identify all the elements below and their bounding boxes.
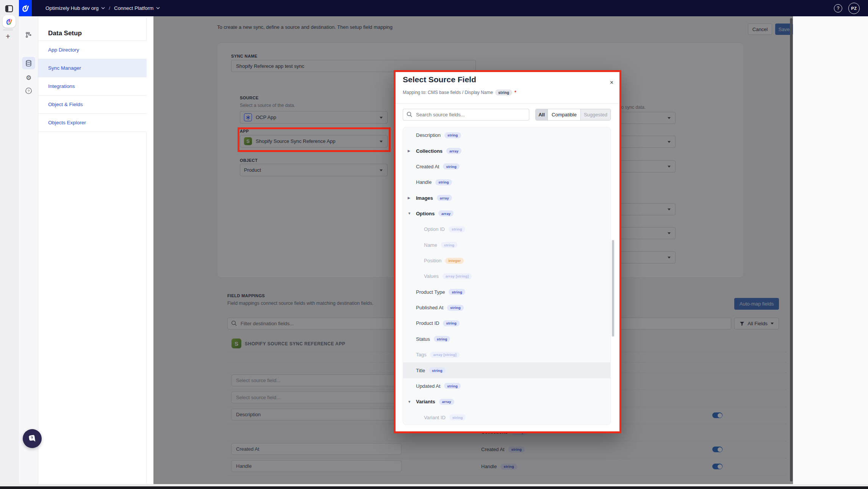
sidebar-item-object-fields[interactable]: Object & Fields	[38, 96, 147, 114]
caret-expanded-icon[interactable]: ▼	[408, 212, 411, 215]
source-field-option-option-id[interactable]: Option IDstring	[403, 221, 610, 237]
source-field-option-images[interactable]: ▶Imagesarray	[403, 190, 610, 205]
chevron-down-icon	[156, 7, 160, 9]
source-field-option-updated-at[interactable]: Updated Atstring	[403, 378, 610, 394]
field-name: Description	[416, 132, 441, 138]
source-field-option-created-at[interactable]: Created Atstring	[403, 159, 610, 174]
field-name: Options	[416, 211, 435, 216]
field-name: Name	[424, 242, 437, 248]
help-icon[interactable]: ?	[834, 4, 842, 13]
source-field-option-options[interactable]: ▼Optionsarray	[403, 206, 610, 221]
caret-collapsed-icon[interactable]: ▶	[408, 149, 410, 153]
breadcrumb-separator: /	[109, 5, 110, 11]
type-badge: string	[449, 226, 465, 232]
new-tab-button[interactable]: +	[3, 32, 13, 41]
source-field-option-title[interactable]: Titlestring	[403, 362, 610, 378]
browser-tab-optimizely[interactable]	[3, 15, 16, 28]
select-source-field-modal: Select Source Field × Mapping to: CMS ba…	[394, 70, 621, 433]
type-badge: string	[444, 132, 461, 138]
app-window: + Optimizely Hub dev org / Connect Platf…	[0, 0, 868, 489]
sidebar-item-integrations[interactable]: Integrations	[38, 77, 147, 96]
sidebar-toggle-icon[interactable]	[5, 5, 13, 13]
close-icon[interactable]: ×	[610, 80, 613, 86]
optimizely-home-button[interactable]	[19, 0, 32, 16]
sidebar-item-app-directory[interactable]: App Directory	[38, 41, 147, 59]
modal-search-field	[403, 109, 529, 121]
field-name: Position	[424, 258, 441, 263]
browser-strip: +	[0, 0, 19, 489]
sidebar-item-objects-explorer[interactable]: Objects Explorer	[38, 114, 147, 132]
type-badge: string	[449, 289, 465, 295]
source-field-option-name[interactable]: Namestring	[403, 237, 610, 253]
source-field-option-variant-id[interactable]: Variant IDstring	[403, 409, 610, 425]
database-icon[interactable]	[19, 58, 38, 68]
annotation-highlight-app-select	[238, 127, 391, 152]
sidebar-item-sync-manager[interactable]: Sync Manager	[38, 59, 147, 77]
sidebar-title: Data Setup	[48, 30, 82, 37]
caret-expanded-icon[interactable]: ▼	[408, 400, 411, 404]
type-badge: string	[495, 89, 512, 96]
source-field-option-description[interactable]: Descriptionstring	[403, 127, 610, 143]
window-edge-dark	[0, 486, 868, 489]
tab-compatible[interactable]: Compatible	[547, 109, 580, 120]
right-gutter	[793, 16, 868, 485]
divider	[396, 103, 619, 103]
modal-title: Select Source Field	[403, 75, 476, 84]
workflow-icon[interactable]	[19, 30, 38, 40]
field-name: Handle	[416, 179, 432, 185]
field-name: Title	[416, 368, 425, 373]
top-bar: Optimizely Hub dev org / Connect Platfor…	[19, 0, 868, 16]
tab-suggested[interactable]: Suggested	[580, 109, 610, 120]
source-field-option-position[interactable]: Positioninteger	[403, 253, 610, 268]
type-badge: string	[429, 367, 446, 373]
breadcrumb: Optimizely Hub dev org / Connect Platfor…	[45, 5, 160, 11]
optimizely-logo-icon	[5, 18, 13, 25]
sidebar-items: App DirectorySync ManagerIntegrationsObj…	[38, 41, 147, 132]
source-field-option-product-id[interactable]: Product IDstring	[403, 315, 610, 331]
divider	[3, 30, 13, 30]
chevron-down-icon	[101, 7, 105, 9]
source-field-option-values[interactable]: Valuesarray [string]	[403, 268, 610, 284]
assistant-chat-button[interactable]: ?	[23, 429, 42, 448]
chat-help-icon: ?	[27, 433, 38, 444]
field-name: Collections	[416, 148, 443, 154]
org-switcher[interactable]: Optimizely Hub dev org	[45, 5, 105, 11]
source-field-option-published-at[interactable]: Published Atstring	[403, 300, 610, 315]
svg-text:?: ?	[28, 89, 30, 93]
help-circle-icon[interactable]: ?	[19, 86, 38, 96]
modal-scrollbar[interactable]	[612, 240, 614, 337]
mapping-to-text: Mapping to: CMS base fields / Display Na…	[403, 90, 493, 95]
search-source-fields-input[interactable]	[403, 109, 529, 121]
product-name: Connect Platform	[114, 5, 153, 11]
field-name: Created At	[416, 164, 439, 169]
source-field-option-collections[interactable]: ▶Collectionsarray	[403, 143, 610, 158]
field-name: Product Type	[416, 289, 445, 295]
mapping-to-subtitle: Mapping to: CMS base fields / Display Na…	[403, 89, 516, 96]
tab-all[interactable]: All	[536, 109, 547, 120]
field-name: Status	[416, 336, 430, 342]
source-field-list: Descriptionstring▶CollectionsarrayCreate…	[403, 127, 611, 425]
org-name: Optimizely Hub dev org	[45, 5, 99, 11]
source-field-option-tags[interactable]: Tagsarray [string]	[403, 347, 610, 362]
avatar[interactable]: PZ	[848, 3, 860, 14]
search-icon	[407, 111, 413, 118]
type-badge: string	[447, 305, 464, 311]
type-badge: array	[446, 148, 461, 154]
required-marker: *	[515, 90, 516, 95]
field-name: Published At	[416, 305, 443, 310]
type-badge: array	[437, 195, 452, 201]
field-name: Tags	[416, 352, 426, 357]
source-field-option-variants[interactable]: ▼Variantsarray	[403, 394, 610, 409]
source-field-option-product-type[interactable]: Product Typestring	[403, 284, 610, 300]
filter-tabs: AllCompatibleSuggested	[535, 109, 611, 121]
gear-icon[interactable]: ⚙	[19, 73, 38, 83]
type-badge: array [string]	[443, 273, 472, 279]
product-switcher[interactable]: Connect Platform	[114, 5, 160, 11]
caret-collapsed-icon[interactable]: ▶	[408, 196, 410, 200]
source-field-option-status[interactable]: Statusstring	[403, 331, 610, 347]
type-badge: string	[435, 179, 452, 185]
optimizely-logo-icon	[21, 3, 30, 13]
source-field-option-handle[interactable]: Handlestring	[403, 174, 610, 190]
field-name: Updated At	[416, 383, 440, 389]
field-name: Images	[416, 195, 433, 201]
